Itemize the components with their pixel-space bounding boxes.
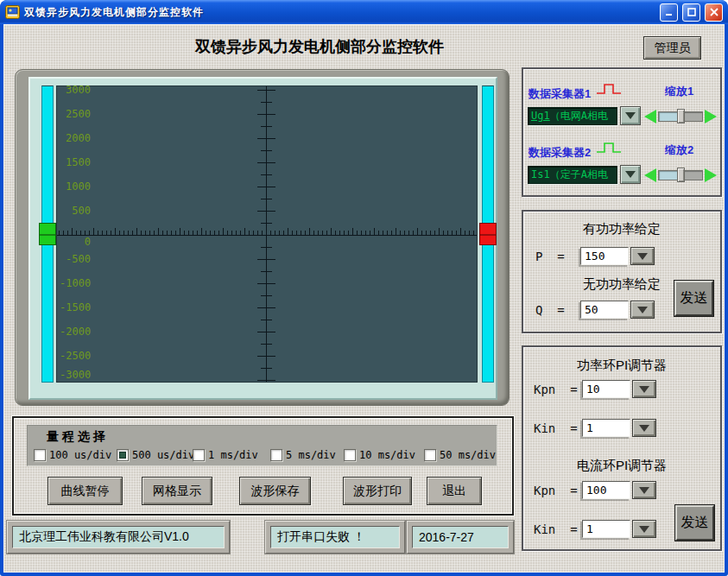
zoom1-slider[interactable] [644,108,722,125]
titlebar: 双馈异步风力发电机侧部分监控软件 [0,0,728,24]
company-label: 北京理工伟业科教有限公司V1.0 [12,526,225,548]
x-axis-major-ticks [57,228,477,235]
zoom2-slider[interactable] [644,167,722,184]
range-selection-box: 量 程 选 择 100 us/div 500 us/div 1 ms/div 5… [27,425,497,466]
close-button[interactable] [705,3,723,22]
collector2-label: 数据采集器2 [529,145,591,161]
pulse-green-icon [596,140,622,155]
range-option-500us[interactable]: 500 us/div [117,448,194,462]
kin2-dropdown-button[interactable] [632,520,656,538]
zoom2-slider-track[interactable] [658,170,703,180]
left-cursor-handle[interactable] [39,223,56,245]
maximize-button[interactable] [682,3,700,22]
chevron-down-icon [639,386,649,393]
pi-regulator-panel: 功率环PI调节器 Kpn = Kin = 电流环PI调节器 Kpn = Kin … [522,345,722,551]
admin-button[interactable]: 管理员 [643,36,701,60]
zoom2-label: 缩放2 [665,142,693,158]
checkbox[interactable] [344,449,356,461]
range-option-50ms[interactable]: 50 ms/div [424,448,496,462]
range-option-label: 10 ms/div [359,449,415,461]
channel1-dropdown-button[interactable] [620,106,641,125]
date-label: 2016-7-27 [412,526,509,548]
q-dropdown-button[interactable] [630,301,655,319]
y-axis-label: 0 [60,237,91,247]
chevron-down-icon [639,526,649,533]
channel2-dropdown-button[interactable] [620,165,641,184]
range-option-10ms[interactable]: 10 ms/div [344,448,415,462]
channel2-value: Is1（定子A相电 [531,168,608,180]
checkbox[interactable] [193,449,205,461]
y-axis-label: 500 [60,206,91,216]
range-option-label: 1 ms/div [208,449,258,461]
y-axis-label: 1500 [60,157,91,168]
channel2-select[interactable]: Is1（定子A相电 [528,166,617,184]
range-and-controls-panel: 量 程 选 择 100 us/div 500 us/div 1 ms/div 5… [12,416,514,516]
waveform-plot: 3000 2500 2000 1500 1000 500 0 -500 -100… [56,85,478,383]
print-waveform-button[interactable]: 波形打印 [343,477,412,505]
y-axis-label: -1500 [60,302,91,313]
date-status-box: 2016-7-27 [407,521,514,554]
serial-status-box: 打开串口失败 ！ [265,521,405,554]
y-axis-label: 2000 [60,133,91,143]
kpn2-input[interactable] [582,481,630,499]
range-option-label: 500 us/div [132,449,194,461]
zoom1-slider-track[interactable] [658,111,703,122]
pause-curve-button[interactable]: 曲线暂停 [47,477,123,505]
checkbox[interactable] [117,449,129,461]
power-setpoint-panel: 有功功率给定 P = 无功功率给定 Q = 发送 [522,210,722,333]
pulse-red-icon [596,81,622,97]
right-cursor-handle[interactable] [479,223,497,245]
client-area: 双馈异步风力发电机侧部分监控软件 管理员 3000 2500 200 [3,24,725,573]
slider-right-arrow-icon[interactable] [705,168,717,182]
channel1-value-prefix: Ug1 [531,110,550,122]
send-pi-button[interactable]: 发送 [675,505,714,541]
zoom2-slider-thumb[interactable] [677,168,685,182]
chevron-down-icon [639,425,649,432]
chevron-down-icon [625,112,636,119]
y-axis-label: -2500 [60,351,91,361]
x-axis-line [57,235,477,236]
collector1-label: 数据采集器1 [529,86,591,102]
slider-right-arrow-icon[interactable] [705,110,717,123]
serial-status-label: 打开串口失败 ！ [270,526,400,548]
range-title: 量 程 选 择 [47,429,105,445]
checkbox[interactable] [424,449,436,461]
slider-left-arrow-icon[interactable] [644,168,656,182]
kpn1-dropdown-button[interactable] [632,380,656,398]
range-option-1ms[interactable]: 1 ms/div [193,448,258,462]
y-axis-label: -2000 [60,326,91,337]
range-option-label: 50 ms/div [440,449,496,461]
p-input[interactable] [580,247,629,265]
minimize-icon [665,9,674,16]
p-dropdown-button[interactable] [630,247,655,265]
slider-left-arrow-icon[interactable] [644,110,656,123]
p-label: P = [535,250,565,263]
kpn2-dropdown-button[interactable] [632,481,656,499]
q-input[interactable] [580,301,629,319]
range-option-label: 5 ms/div [286,449,336,461]
kin2-input[interactable] [582,520,630,538]
checkbox[interactable] [270,449,282,461]
channel1-select[interactable]: Ug1（电网A相电 [528,107,617,125]
checkbox[interactable] [34,449,46,461]
grid-display-button[interactable]: 网格显示 [142,477,212,505]
q-label: Q = [535,303,565,317]
kin1-input[interactable] [582,419,630,437]
y-axis-label: 1000 [60,181,91,192]
kpn1-label: Kpn = [534,383,578,396]
zoom1-slider-thumb[interactable] [677,109,685,123]
range-option-100us[interactable]: 100 us/div [34,448,111,462]
app-window: 双馈异步风力发电机侧部分监控软件 双馈异步风力发电机侧部分监控软件 管理员 [0,0,728,576]
kpn1-input[interactable] [582,380,630,398]
kin1-dropdown-button[interactable] [632,419,656,437]
window-title: 双馈异步风力发电机侧部分监控软件 [24,5,655,20]
kpn2-label: Kpn = [534,484,578,497]
exit-button[interactable]: 退出 [427,477,482,505]
range-option-5ms[interactable]: 5 ms/div [270,448,336,462]
save-waveform-button[interactable]: 波形保存 [239,477,311,505]
send-power-button[interactable]: 发送 [674,281,713,316]
y-axis-label: 2500 [60,109,91,119]
chevron-down-icon [637,307,648,313]
minimize-button[interactable] [660,3,678,22]
data-collectors-panel: 数据采集器1 缩放1 Ug1（电网A相电 数据采集器2 缩 [522,67,722,197]
